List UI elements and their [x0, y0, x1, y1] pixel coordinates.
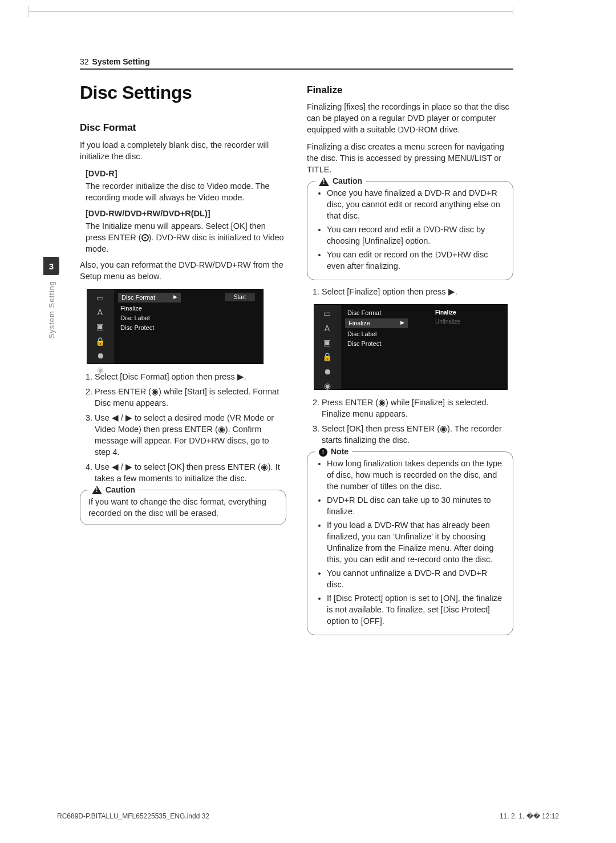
note-label: Note	[331, 446, 348, 457]
letter-a-icon: A	[98, 307, 103, 318]
dvdr-title: [DVD-R]	[86, 168, 286, 179]
chapter-label: System Setting	[47, 281, 56, 338]
monitor-icon: ▣	[323, 337, 331, 348]
dvdrw-title: [DVD-RW/DVD+RW/DVD+R(DL)]	[86, 208, 286, 219]
osd-item-selected: Finalize▶	[345, 318, 408, 328]
osd-subitem-dim: Unfinalize	[433, 317, 501, 326]
osd-item: Disc Protect	[345, 339, 408, 349]
note-item: DVD+R DL disc can take up to 30 minutes …	[327, 494, 505, 517]
page-number: 32	[80, 57, 89, 66]
note-item: If you load a DVD-RW that has already be…	[327, 519, 505, 565]
finalize-steps-1: Select [Finalize] option then press ▶.	[307, 286, 513, 297]
finalize-p1: Finalizing [fixes] the recordings in pla…	[307, 101, 513, 135]
caution-body: If you want to change the disc format, e…	[88, 496, 278, 519]
note-item: How long finalization takes depends on t…	[327, 458, 505, 492]
step-item: Select [OK] then press ENTER (◉). The re…	[322, 423, 513, 446]
disc-icon: ▭	[323, 308, 331, 319]
section-name: System Setting	[92, 57, 150, 66]
print-footer: RC689D-P.BITALLU_MFL65225535_ENG.indd 32…	[57, 812, 559, 820]
disc-format-steps: Select [Disc Format] option then press ▶…	[80, 371, 286, 484]
note-item: If [Disc Protect] option is set to [ON],…	[327, 592, 505, 627]
chapter-sidetab: 3 System Setting	[43, 257, 59, 354]
heading-disc-format: Disc Format	[80, 121, 286, 134]
screenshot-disc-format: ▭ A ▣ 🔒 ⏺ ◉ Disc Format▶ Finalize Disc L…	[87, 289, 264, 364]
osd-item: Disc Label	[118, 313, 181, 323]
disc-format-intro: If you load a completely blank disc, the…	[80, 139, 286, 162]
dvdrw-body: The Initialize menu will appears. Select…	[86, 220, 286, 255]
dvdr-body: The recorder initialize the disc to Vide…	[86, 180, 286, 203]
footer-timestamp: 11. 2. 1. �� 12:12	[500, 812, 559, 820]
chapter-number: 3	[43, 257, 59, 275]
osd-item: Disc Format	[345, 308, 408, 318]
disc-media-icon: ◉	[324, 381, 331, 392]
also-reformat: Also, you can reformat the DVD-RW/DVD+RW…	[80, 259, 286, 282]
note-icon: !	[319, 448, 327, 457]
caution-item: You can edit or record on the DVD+RW dis…	[327, 249, 505, 272]
caution-box-right: Caution Once you have finalized a DVD-R …	[307, 181, 513, 280]
disc-media-icon: ◉	[97, 365, 104, 376]
step-item: Use ◀ / ▶ to select [OK] then press ENTE…	[95, 461, 286, 484]
screenshot-finalize: ▭ A ▣ 🔒 ⏺ ◉ Disc Format Finalize▶ Disc L…	[314, 304, 508, 390]
page-title: Disc Settings	[80, 80, 286, 105]
step-item: Press ENTER (◉) while [Start] is selecte…	[95, 386, 286, 409]
caution-item: You can record and edit a DVD-RW disc by…	[327, 224, 505, 247]
enter-icon	[141, 234, 149, 241]
osd-start-button: Start	[225, 293, 255, 302]
step-item: Select [Disc Format] option then press ▶…	[95, 371, 286, 382]
caution-label: Caution	[333, 176, 362, 187]
lock-icon: 🔒	[322, 352, 332, 362]
disc-icon: ▭	[96, 293, 104, 304]
caution-label: Caution	[106, 485, 135, 495]
osd-item: Disc Protect	[118, 323, 181, 333]
finalize-p2: Finalizing a disc creates a menu screen …	[307, 141, 513, 175]
running-header: 32 System Setting	[80, 57, 513, 66]
note-box: !Note How long finalization takes depend…	[307, 451, 513, 635]
record-icon: ⏺	[96, 350, 104, 361]
monitor-icon: ▣	[96, 321, 104, 332]
heading-finalize: Finalize	[307, 83, 513, 96]
step-item: Use ◀ / ▶ to select a desired mode (VR M…	[95, 412, 286, 458]
caution-item: Once you have finalized a DVD-R and DVD+…	[327, 187, 505, 221]
lock-icon: 🔒	[95, 336, 105, 347]
osd-item-selected: Disc Format▶	[118, 293, 181, 302]
footer-file: RC689D-P.BITALLU_MFL65225535_ENG.indd 32	[57, 812, 209, 820]
osd-item: Disc Label	[345, 329, 408, 339]
osd-category-icons: ▭ A ▣ 🔒 ⏺ ◉	[87, 289, 114, 364]
record-icon: ⏺	[323, 366, 331, 377]
finalize-steps-2: Press ENTER (◉) while [Finalize] is sele…	[307, 397, 513, 446]
osd-item: Finalize	[118, 304, 181, 313]
letter-a-icon: A	[325, 323, 330, 334]
osd-subitem-selected: Finalize	[433, 308, 501, 317]
osd-category-icons: ▭ A ▣ 🔒 ⏺ ◉	[314, 305, 341, 389]
step-item: Select [Finalize] option then press ▶.	[322, 286, 513, 297]
note-item: You cannot unfinalize a DVD-R and DVD+R …	[327, 567, 505, 590]
step-item: Press ENTER (◉) while [Finalize] is sele…	[322, 397, 513, 420]
header-rule	[80, 68, 513, 70]
caution-box-left: Caution If you want to change the disc f…	[80, 490, 286, 525]
left-column: Disc Settings Disc Format If you load a …	[80, 80, 286, 641]
right-column: Finalize Finalizing [fixes] the recordin…	[307, 80, 513, 641]
caution-icon	[319, 178, 329, 186]
caution-icon	[92, 486, 102, 494]
